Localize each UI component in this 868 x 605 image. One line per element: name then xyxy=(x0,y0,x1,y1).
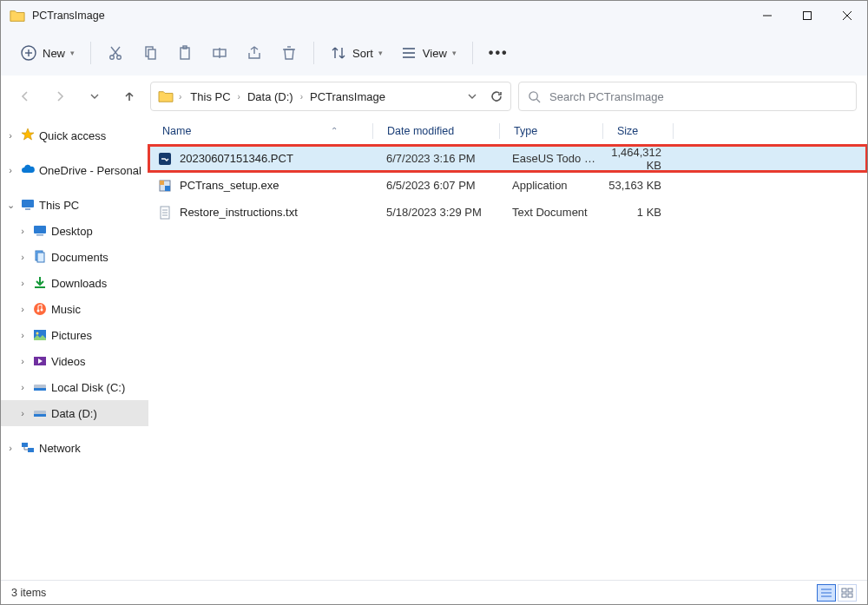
svg-rect-46 xyxy=(165,186,170,191)
more-button[interactable]: ••• xyxy=(482,37,516,69)
tree-data-disk-d[interactable]: › Data (D:) xyxy=(1,400,148,426)
chevron-right-icon: › xyxy=(16,382,29,392)
svg-rect-12 xyxy=(148,49,155,59)
folder-icon xyxy=(158,89,174,103)
breadcrumb-item[interactable]: Data (D:) xyxy=(244,89,297,105)
forward-button[interactable] xyxy=(46,82,74,110)
tree-music[interactable]: › Music xyxy=(1,296,148,322)
tree-label: Videos xyxy=(51,355,86,368)
svg-point-35 xyxy=(36,332,39,335)
file-type: EaseUS Todo PCTr... xyxy=(498,152,601,165)
column-name[interactable]: Name⌃ xyxy=(148,125,372,137)
svg-point-22 xyxy=(529,91,537,99)
delete-button[interactable] xyxy=(273,37,305,69)
chevron-down-icon: ▾ xyxy=(378,49,383,57)
column-type[interactable]: Type xyxy=(500,125,602,137)
tree-this-pc[interactable]: ⌄ This PC xyxy=(1,192,148,218)
chevron-down-icon: ⌄ xyxy=(4,200,16,211)
back-button[interactable] xyxy=(11,82,39,110)
svg-rect-29 xyxy=(37,253,44,262)
tree-pictures[interactable]: › Pictures xyxy=(1,322,148,348)
share-icon xyxy=(246,44,263,62)
tree-desktop[interactable]: › Desktop xyxy=(1,218,148,244)
svg-rect-26 xyxy=(34,226,46,233)
details-view-button[interactable] xyxy=(817,584,836,602)
refresh-button[interactable] xyxy=(490,89,503,103)
svg-rect-41 xyxy=(22,443,28,447)
rename-icon xyxy=(211,44,228,62)
maximize-button[interactable] xyxy=(787,1,827,30)
window-title: PCTransImage xyxy=(32,10,105,22)
folder-icon xyxy=(10,9,25,23)
navigation-pane: › Quick access › OneDrive - Personal ⌄ T… xyxy=(1,117,148,580)
music-icon xyxy=(32,301,48,317)
large-icons-view-button[interactable] xyxy=(838,584,857,602)
svg-point-32 xyxy=(37,310,40,312)
chevron-right-icon: › xyxy=(16,408,29,418)
copy-icon xyxy=(141,44,159,62)
tree-quick-access[interactable]: › Quick access xyxy=(1,122,148,148)
title-bar: PCTransImage xyxy=(1,1,867,30)
svg-rect-13 xyxy=(181,48,189,59)
recent-locations-button[interactable] xyxy=(81,82,108,110)
tree-documents[interactable]: › Documents xyxy=(1,244,148,270)
file-size: 53,163 KB xyxy=(601,179,670,192)
tree-downloads[interactable]: › Downloads xyxy=(1,270,148,296)
cut-button[interactable] xyxy=(100,37,131,69)
svg-point-8 xyxy=(117,56,122,60)
navigation-row: › This PC › Data (D:) › PCTransImage Sea… xyxy=(1,76,867,117)
chevron-down-icon[interactable] xyxy=(467,91,477,102)
tree-onedrive[interactable]: › OneDrive - Personal xyxy=(1,157,148,183)
exe-file-icon xyxy=(157,178,173,194)
file-row[interactable]: PCTrans_setup.exe 6/5/2023 6:07 PM Appli… xyxy=(148,172,867,199)
svg-rect-56 xyxy=(842,594,846,597)
svg-point-7 xyxy=(110,56,115,60)
tree-network[interactable]: › Network xyxy=(1,435,148,461)
column-date-modified[interactable]: Date modified xyxy=(373,125,499,137)
paste-button[interactable] xyxy=(169,37,201,69)
close-button[interactable] xyxy=(827,1,867,30)
main-area: › Quick access › OneDrive - Personal ⌄ T… xyxy=(1,117,867,580)
new-button[interactable]: New ▾ xyxy=(13,37,82,69)
downloads-icon xyxy=(32,275,48,291)
tree-local-disk-c[interactable]: › Local Disk (C:) xyxy=(1,374,148,400)
ellipsis-icon: ••• xyxy=(489,45,509,61)
desktop-icon xyxy=(32,223,48,239)
column-size[interactable]: Size xyxy=(603,125,673,137)
pc-icon xyxy=(20,197,36,213)
view-button[interactable]: View ▾ xyxy=(393,37,464,69)
file-size: 1 KB xyxy=(601,206,670,219)
drive-icon xyxy=(32,405,48,421)
chevron-down-icon: ▾ xyxy=(70,49,75,57)
breadcrumb-item[interactable]: PCTransImage xyxy=(306,89,389,105)
file-size: 1,464,312 KB xyxy=(601,146,670,172)
file-row[interactable]: 20230607151346.PCT 6/7/2023 3:16 PM Ease… xyxy=(148,145,867,172)
tree-label: Music xyxy=(51,303,81,316)
toolbar: New ▾ Sort ▾ View ▾ ••• xyxy=(1,30,867,76)
sort-button[interactable]: Sort ▾ xyxy=(323,37,390,69)
breadcrumb: This PC › Data (D:) › PCTransImage xyxy=(187,89,389,105)
search-input[interactable]: Search PCTransImage xyxy=(518,82,857,111)
file-row[interactable]: Restore_instructions.txt 5/18/2023 3:29 … xyxy=(148,199,867,226)
file-list: Name⌃ Date modified Type Size 2023060715… xyxy=(148,117,867,580)
up-button[interactable] xyxy=(115,82,143,110)
chevron-right-icon: › xyxy=(238,92,240,102)
svg-rect-45 xyxy=(160,181,164,185)
tree-videos[interactable]: › Videos xyxy=(1,348,148,374)
rename-button[interactable] xyxy=(204,37,235,69)
status-item-count: 3 items xyxy=(11,587,46,599)
svg-rect-38 xyxy=(34,388,46,391)
file-name: 20230607151346.PCT xyxy=(180,152,293,165)
new-label: New xyxy=(43,47,65,60)
view-icon xyxy=(400,44,418,62)
chevron-down-icon: ▾ xyxy=(452,49,457,57)
svg-rect-24 xyxy=(22,200,34,207)
copy-button[interactable] xyxy=(135,37,166,69)
tree-label: Downloads xyxy=(51,277,107,290)
svg-rect-57 xyxy=(848,594,852,597)
share-button[interactable] xyxy=(239,37,270,69)
address-bar[interactable]: › This PC › Data (D:) › PCTransImage xyxy=(150,82,511,111)
chevron-right-icon: › xyxy=(16,330,29,340)
breadcrumb-item[interactable]: This PC xyxy=(187,89,233,105)
minimize-button[interactable] xyxy=(747,1,787,30)
